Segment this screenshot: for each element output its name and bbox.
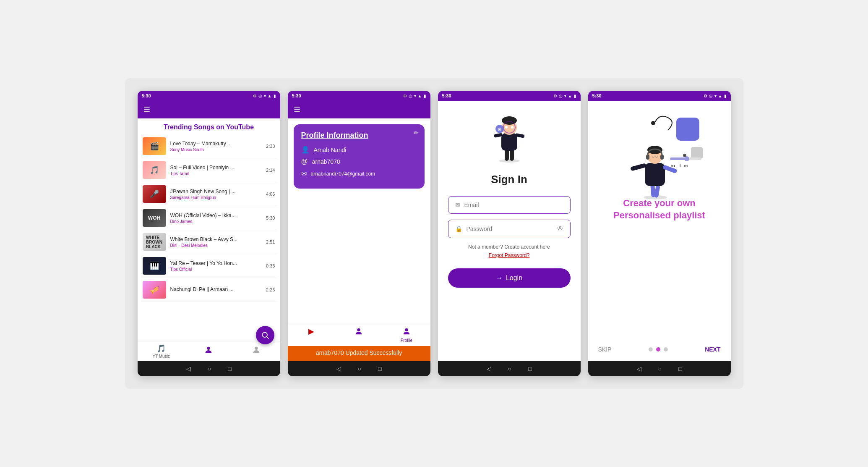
back-btn-1[interactable]: ◁	[186, 365, 191, 372]
svg-point-19	[651, 121, 655, 125]
home-btn-1[interactable]: ○	[208, 365, 211, 372]
signin-title: Sign In	[491, 173, 527, 186]
profile-username: arnab7070	[312, 158, 340, 165]
wifi-icon-3: ▲	[568, 94, 572, 98]
library-icon	[354, 327, 363, 338]
profile-tab-icon	[402, 327, 411, 338]
song-item-2[interactable]: 🎵 Sol – Full Video | Ponniyin ... Tips T…	[141, 158, 277, 182]
home-btn-3[interactable]: ○	[508, 365, 511, 372]
recents-btn-2[interactable]: □	[378, 365, 381, 372]
song-item-5[interactable]: WHITEBROWNBLACK White Brown Black – Avvy…	[141, 230, 277, 254]
screen-trending: 5:30 ⚙ ◎ ▾ ▲ ▮ ☰ Trending Songs on YouTu…	[138, 91, 280, 376]
android-nav-1: ◁ ○ □	[138, 361, 280, 376]
profile-tab-label: Profile	[401, 338, 412, 343]
location-icon: ◎	[258, 94, 262, 98]
signin-illustration: ⊕	[484, 109, 534, 168]
android-nav-4: ◁ ○ □	[588, 361, 731, 376]
song-duration-2: 2:14	[266, 168, 275, 173]
tab-youtube[interactable]: ▶	[288, 327, 335, 343]
status-icons-4: ⚙ ◎ ▾ ▲ ▮	[704, 94, 727, 98]
nav-user1[interactable]	[185, 345, 232, 357]
signal-icon-3: ▾	[564, 94, 566, 98]
tab-library[interactable]	[335, 327, 383, 343]
song-channel-1: Sony Music South	[170, 147, 263, 152]
tab-profile[interactable]: Profile	[383, 327, 430, 343]
time-4: 5:30	[592, 93, 602, 98]
song-title-6: Yai Re – Teaser | Yo Yo Hon...	[170, 260, 263, 266]
battery-icon-2: ▮	[424, 94, 426, 98]
svg-point-1	[255, 347, 258, 350]
bottom-nav-1: 🎵 YT Music	[138, 341, 280, 361]
song-item-1[interactable]: 🎬 Love Today – Mamakutty ... Sony Music …	[141, 134, 277, 158]
login-button[interactable]: → Login	[448, 268, 571, 288]
svg-point-15	[511, 126, 514, 129]
profile-name: Arnab Nandi	[314, 147, 347, 153]
password-input-field[interactable]: 🔒 👁	[448, 220, 571, 238]
at-icon: @	[301, 158, 308, 165]
battery-icon: ▮	[274, 94, 276, 98]
screen-onboarding: 5:30 ⚙ ◎ ▾ ▲ ▮	[588, 91, 731, 376]
login-arrow-icon: →	[496, 274, 503, 282]
menu-icon-2[interactable]: ☰	[294, 105, 300, 114]
song-title-3: #Pawan Singh New Song | ...	[170, 189, 263, 194]
settings-icon-2: ⚙	[403, 94, 407, 98]
song-item-6[interactable]: 🎹 Yai Re – Teaser | Yo Yo Hon... Tips Of…	[141, 254, 277, 278]
home-btn-2[interactable]: ○	[358, 365, 361, 372]
svg-point-5	[405, 328, 408, 331]
nav-user2[interactable]	[232, 345, 280, 357]
home-btn-4[interactable]: ○	[658, 365, 662, 372]
not-member-text: Not a member? Create account here	[468, 244, 550, 250]
ytmusic-label: YT Music	[152, 354, 170, 359]
song-duration-7: 2:26	[266, 287, 275, 292]
back-btn-3[interactable]: ◁	[487, 365, 491, 372]
svg-point-13	[502, 116, 517, 125]
svg-rect-21	[691, 147, 703, 159]
back-btn-2[interactable]: ◁	[336, 365, 341, 372]
song-info-4: WOH (Official Video) – Ikka... Dino Jame…	[170, 213, 263, 224]
top-bar-2[interactable]: ☰	[288, 101, 430, 118]
svg-text:⏮: ⏮	[671, 163, 675, 168]
song-item-3[interactable]: 🎤 #Pawan Singh New Song | ... Saregama H…	[141, 182, 277, 206]
svg-rect-7	[505, 149, 509, 161]
song-title-4: WOH (Official Video) – Ikka...	[170, 213, 263, 218]
song-duration-3: 4:06	[266, 192, 275, 197]
password-input[interactable]	[467, 226, 553, 232]
recents-btn-1[interactable]: □	[228, 365, 231, 372]
password-toggle-icon[interactable]: 👁	[557, 225, 563, 233]
svg-point-38	[683, 154, 686, 157]
time-1: 5:30	[142, 93, 151, 98]
status-icons-3: ⚙ ◎ ▾ ▲ ▮	[553, 94, 576, 98]
svg-rect-31	[645, 163, 665, 186]
back-btn-4[interactable]: ◁	[637, 365, 641, 372]
email-input[interactable]	[464, 202, 563, 208]
forgot-password-link[interactable]: Forgot Password?	[489, 252, 529, 258]
top-bar-1[interactable]: ☰	[138, 101, 280, 118]
song-item-7[interactable]: 🎺 Nachungi Di Pe || Armaan ... 2:26	[141, 278, 277, 302]
battery-icon-4: ▮	[724, 94, 727, 98]
recents-btn-4[interactable]: □	[678, 365, 682, 372]
ytmusic-icon: 🎵	[156, 344, 166, 353]
status-bar-3: 5:30 ⚙ ◎ ▾ ▲ ▮	[438, 91, 581, 101]
profile-edit-icon[interactable]: ✏	[414, 129, 419, 136]
song-info-6: Yai Re – Teaser | Yo Yo Hon... Tips Offi…	[170, 260, 263, 272]
song-title-2: Sol – Full Video | Ponniyin ...	[170, 165, 263, 171]
song-info-5: White Brown Black – Avvy S... DM – Desi …	[170, 236, 263, 248]
location-icon-3: ◎	[559, 94, 563, 98]
screen4-content: ⏮ ⏸ ⏭	[588, 101, 731, 361]
song-duration-1: 2:33	[266, 144, 275, 149]
onboard-bottom: SKIP NEXT	[598, 342, 721, 357]
settings-icon-4: ⚙	[704, 94, 707, 98]
recents-btn-3[interactable]: □	[528, 365, 532, 372]
song-info-3: #Pawan Singh New Song | ... Saregama Hum…	[170, 189, 263, 200]
profile-email: arnabnandi7074@gmail.com	[311, 171, 375, 177]
android-nav-2: ◁ ○ □	[288, 361, 430, 376]
nav-ytmusic[interactable]: 🎵 YT Music	[138, 344, 185, 359]
next-button[interactable]: NEXT	[705, 346, 720, 353]
menu-icon-1[interactable]: ☰	[143, 105, 150, 114]
email-input-field[interactable]: ✉	[448, 196, 571, 214]
skip-button[interactable]: SKIP	[598, 346, 612, 353]
fab-search-button[interactable]	[256, 326, 274, 344]
song-item-4[interactable]: WOH WOH (Official Video) – Ikka... Dino …	[141, 206, 277, 230]
user1-icon	[204, 345, 213, 357]
onboard-illustration: ⏮ ⏸ ⏭	[622, 109, 697, 193]
